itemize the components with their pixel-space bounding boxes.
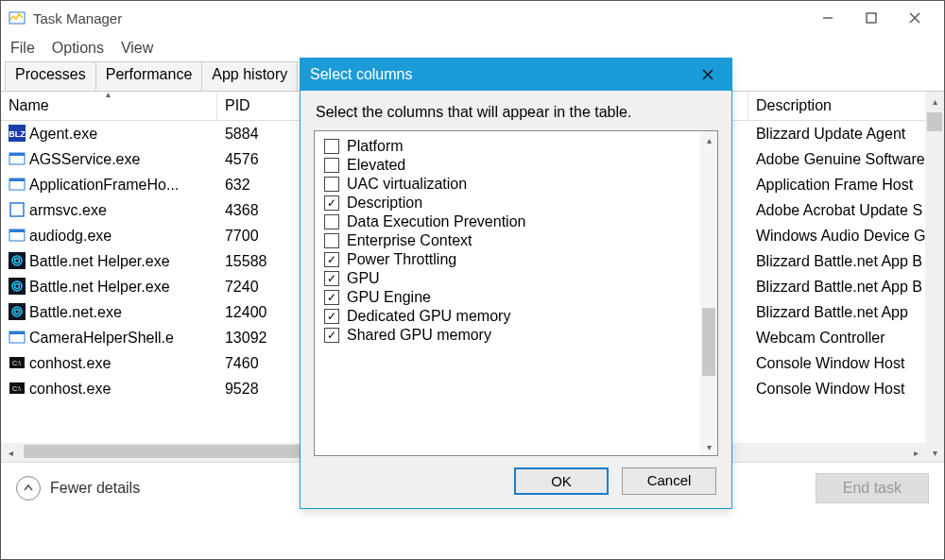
column-option-label: Elevated [347, 157, 405, 174]
column-option[interactable]: UAC virtualization [320, 175, 712, 194]
tab-app-history[interactable]: App history [201, 61, 298, 91]
process-icon [9, 150, 26, 167]
column-name[interactable]: ▴ Name [1, 92, 216, 121]
dialog-close-button[interactable] [694, 62, 722, 87]
svg-rect-24 [9, 331, 25, 334]
column-description[interactable]: Description [747, 92, 943, 121]
column-option-label: Shared GPU memory [347, 327, 491, 344]
process-pid: 15588 [216, 248, 304, 274]
process-icon [9, 227, 26, 244]
checkbox[interactable]: ✓ [324, 290, 339, 305]
svg-rect-13 [9, 229, 25, 232]
process-name: Battle.net Helper.exe [29, 279, 170, 295]
dialog-scrollbar[interactable]: ▴ ▾ [700, 131, 717, 455]
process-icon [9, 303, 26, 320]
column-option[interactable]: Elevated [320, 156, 712, 175]
end-task-button[interactable]: End task [816, 473, 929, 503]
checkbox[interactable]: ✓ [324, 271, 339, 286]
column-pid[interactable]: PID [216, 92, 304, 121]
process-pid: 5884 [216, 121, 304, 147]
column-option[interactable]: ✓GPU Engine [320, 288, 712, 307]
process-description: Console Window Host [747, 350, 943, 376]
process-description: Blizzard Battle.net App B [747, 274, 943, 299]
tab-processes[interactable]: Processes [5, 61, 96, 91]
process-pid: 4368 [216, 197, 304, 223]
column-option-label: GPU Engine [347, 289, 431, 306]
dialog-scroll-thumb[interactable] [702, 308, 715, 376]
cancel-button[interactable]: Cancel [622, 467, 716, 495]
checkbox[interactable] [324, 233, 339, 248]
menu-file[interactable]: File [10, 40, 35, 57]
process-name: armsvc.exe [29, 202, 107, 218]
checkbox[interactable] [324, 139, 339, 154]
process-name: conhost.exe [29, 381, 111, 397]
svg-text:BLZ: BLZ [9, 129, 26, 139]
process-description: Blizzard Battle.net App [747, 299, 943, 325]
dialog-button-row: OK Cancel [301, 467, 731, 508]
process-description: Blizzard Battle.net App B [747, 248, 943, 274]
scroll-down-icon[interactable]: ▾ [925, 443, 944, 462]
process-name: CameraHelperShell.e [29, 330, 174, 346]
dialog-scroll-up-icon[interactable]: ▴ [700, 131, 717, 148]
fewer-details-label: Fewer details [50, 480, 140, 497]
column-option[interactable]: Data Execution Prevention [320, 212, 712, 231]
checkbox[interactable]: ✓ [324, 328, 339, 343]
column-option-label: Platform [347, 138, 404, 155]
svg-rect-8 [9, 153, 25, 156]
process-icon: C:\ [9, 380, 26, 397]
vscroll-thumb[interactable] [927, 112, 942, 131]
process-icon: BLZ [9, 125, 26, 142]
column-option[interactable]: ✓GPU [320, 269, 712, 288]
tab-performance[interactable]: Performance [95, 61, 203, 91]
column-option[interactable]: ✓Description [320, 194, 712, 212]
column-option[interactable]: Enterprise Context [320, 231, 712, 250]
process-pid: 7700 [216, 223, 304, 248]
column-option-label: UAC virtualization [347, 176, 467, 193]
vertical-scrollbar[interactable]: ▴ ▾ [925, 92, 944, 462]
checkbox[interactable]: ✓ [324, 252, 339, 267]
checkbox[interactable] [324, 177, 339, 192]
dialog-scroll-down-icon[interactable]: ▾ [700, 438, 717, 455]
maximize-button[interactable] [850, 4, 893, 32]
svg-text:C:\: C:\ [12, 360, 21, 366]
process-icon [9, 329, 26, 346]
column-option-label: Data Execution Prevention [347, 213, 525, 230]
scroll-left-icon[interactable]: ◂ [1, 443, 20, 462]
scroll-right-icon[interactable]: ▸ [906, 443, 925, 462]
process-pid: 13092 [216, 325, 304, 350]
process-icon [9, 176, 26, 193]
window-title: Task Manager [33, 10, 122, 26]
process-name: Battle.net.exe [29, 304, 122, 320]
checkbox[interactable]: ✓ [324, 195, 339, 211]
svg-text:C:\: C:\ [12, 385, 21, 392]
minimize-button[interactable] [806, 4, 850, 32]
checkbox[interactable] [324, 214, 339, 229]
column-option[interactable]: ✓Shared GPU memory [320, 326, 712, 345]
process-description: Adobe Genuine Software [747, 146, 943, 172]
menu-view[interactable]: View [121, 40, 153, 57]
ok-button[interactable]: OK [514, 467, 609, 495]
menu-options[interactable]: Options [52, 40, 104, 57]
process-pid: 7460 [216, 350, 304, 376]
process-name: Agent.exe [29, 126, 97, 142]
column-option[interactable]: ✓Power Throttling [320, 250, 712, 269]
task-manager-icon [9, 9, 26, 26]
process-description: Adobe Acrobat Update S [747, 197, 943, 223]
svg-rect-20 [9, 303, 26, 320]
close-button[interactable] [893, 4, 936, 32]
svg-rect-14 [9, 252, 26, 269]
column-option[interactable]: Platform [320, 137, 712, 156]
process-description: Windows Audio Device G [747, 223, 943, 248]
process-icon [9, 278, 26, 295]
checkbox[interactable] [324, 158, 339, 173]
svg-rect-10 [9, 178, 25, 181]
process-pid: 12400 [216, 299, 304, 325]
column-option-label: Enterprise Context [347, 232, 472, 249]
column-option[interactable]: ✓Dedicated GPU memory [320, 307, 712, 326]
select-columns-dialog: Select columns Select the columns that w… [300, 58, 732, 509]
process-name: audiodg.exe [29, 228, 112, 244]
checkbox[interactable]: ✓ [324, 309, 339, 324]
scroll-up-icon[interactable]: ▴ [925, 92, 944, 110]
fewer-details-button[interactable]: Fewer details [16, 476, 140, 501]
process-pid: 4576 [216, 146, 304, 172]
